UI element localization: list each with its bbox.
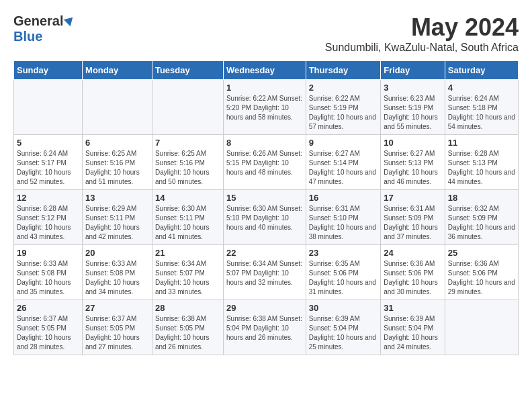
calendar-cell: 22Sunrise: 6:34 AM Sunset: 5:07 PM Dayli…: [223, 245, 306, 300]
calendar-header-row: SundayMondayTuesdayWednesdayThursdayFrid…: [14, 61, 519, 80]
calendar-cell: [14, 80, 83, 135]
main-title: May 2024: [325, 13, 519, 42]
calendar-cell: 16Sunrise: 6:31 AM Sunset: 5:10 PM Dayli…: [306, 190, 381, 245]
calendar-body: 1Sunrise: 6:22 AM Sunset: 5:20 PM Daylig…: [14, 80, 519, 355]
calendar-cell: 25Sunrise: 6:36 AM Sunset: 5:06 PM Dayli…: [445, 245, 518, 300]
day-number: 2: [309, 83, 378, 93]
day-header-saturday: Saturday: [445, 61, 518, 80]
calendar-cell: 21Sunrise: 6:34 AM Sunset: 5:07 PM Dayli…: [152, 245, 223, 300]
day-number: 20: [85, 248, 149, 258]
calendar-cell: 7Sunrise: 6:25 AM Sunset: 5:16 PM Daylig…: [152, 135, 223, 190]
day-info: Sunrise: 6:39 AM Sunset: 5:04 PM Dayligh…: [309, 314, 378, 352]
day-number: 10: [384, 138, 442, 148]
day-header-thursday: Thursday: [306, 61, 381, 80]
calendar-cell: [152, 80, 223, 135]
calendar-cell: 14Sunrise: 6:30 AM Sunset: 5:11 PM Dayli…: [152, 190, 223, 245]
day-info: Sunrise: 6:34 AM Sunset: 5:07 PM Dayligh…: [226, 259, 303, 287]
day-header-monday: Monday: [83, 61, 152, 80]
calendar-cell: 9Sunrise: 6:27 AM Sunset: 5:14 PM Daylig…: [306, 135, 381, 190]
day-info: Sunrise: 6:22 AM Sunset: 5:20 PM Dayligh…: [226, 94, 303, 122]
calendar-cell: 12Sunrise: 6:28 AM Sunset: 5:12 PM Dayli…: [14, 190, 83, 245]
day-number: 31: [384, 303, 442, 313]
page-header: General Blue May 2024 Sundumbili, KwaZul…: [13, 13, 519, 54]
day-info: Sunrise: 6:27 AM Sunset: 5:14 PM Dayligh…: [309, 149, 378, 187]
day-info: Sunrise: 6:33 AM Sunset: 5:08 PM Dayligh…: [17, 259, 79, 297]
day-info: Sunrise: 6:31 AM Sunset: 5:10 PM Dayligh…: [309, 204, 378, 242]
day-number: 16: [309, 193, 378, 203]
calendar-cell: 29Sunrise: 6:38 AM Sunset: 5:04 PM Dayli…: [223, 300, 306, 355]
day-info: Sunrise: 6:30 AM Sunset: 5:10 PM Dayligh…: [226, 204, 303, 232]
calendar-cell: 30Sunrise: 6:39 AM Sunset: 5:04 PM Dayli…: [306, 300, 381, 355]
logo-general-text: General: [13, 13, 63, 29]
day-info: Sunrise: 6:28 AM Sunset: 5:13 PM Dayligh…: [448, 149, 515, 187]
day-number: 18: [448, 193, 515, 203]
day-header-sunday: Sunday: [14, 61, 83, 80]
week-row-1: 1Sunrise: 6:22 AM Sunset: 5:20 PM Daylig…: [14, 80, 519, 135]
day-number: 8: [226, 138, 303, 148]
day-number: 6: [85, 138, 149, 148]
day-number: 4: [448, 83, 515, 93]
day-number: 19: [17, 248, 79, 258]
day-number: 21: [155, 248, 220, 258]
day-info: Sunrise: 6:39 AM Sunset: 5:04 PM Dayligh…: [384, 314, 442, 352]
day-header-friday: Friday: [381, 61, 445, 80]
day-number: 1: [226, 83, 303, 93]
day-info: Sunrise: 6:25 AM Sunset: 5:16 PM Dayligh…: [155, 149, 220, 187]
calendar-cell: 18Sunrise: 6:32 AM Sunset: 5:09 PM Dayli…: [445, 190, 518, 245]
calendar-cell: 2Sunrise: 6:22 AM Sunset: 5:19 PM Daylig…: [306, 80, 381, 135]
week-row-3: 12Sunrise: 6:28 AM Sunset: 5:12 PM Dayli…: [14, 190, 519, 245]
day-info: Sunrise: 6:25 AM Sunset: 5:16 PM Dayligh…: [85, 149, 149, 187]
logo-blue-text: Blue: [13, 29, 42, 44]
day-number: 28: [155, 303, 220, 313]
calendar-cell: 5Sunrise: 6:24 AM Sunset: 5:17 PM Daylig…: [14, 135, 83, 190]
day-info: Sunrise: 6:24 AM Sunset: 5:17 PM Dayligh…: [17, 149, 79, 187]
day-number: 15: [226, 193, 303, 203]
day-info: Sunrise: 6:29 AM Sunset: 5:11 PM Dayligh…: [85, 204, 149, 242]
day-info: Sunrise: 6:27 AM Sunset: 5:13 PM Dayligh…: [384, 149, 442, 187]
week-row-4: 19Sunrise: 6:33 AM Sunset: 5:08 PM Dayli…: [14, 245, 519, 300]
day-info: Sunrise: 6:30 AM Sunset: 5:11 PM Dayligh…: [155, 204, 220, 242]
logo: General Blue: [13, 13, 75, 44]
calendar-cell: 11Sunrise: 6:28 AM Sunset: 5:13 PM Dayli…: [445, 135, 518, 190]
day-header-tuesday: Tuesday: [152, 61, 223, 80]
day-number: 14: [155, 193, 220, 203]
day-info: Sunrise: 6:24 AM Sunset: 5:18 PM Dayligh…: [448, 94, 515, 132]
day-info: Sunrise: 6:26 AM Sunset: 5:15 PM Dayligh…: [226, 149, 303, 177]
logo-triangle-icon: [64, 13, 76, 26]
title-block: May 2024 Sundumbili, KwaZulu-Natal, Sout…: [325, 13, 519, 54]
day-header-wednesday: Wednesday: [223, 61, 306, 80]
calendar-cell: 28Sunrise: 6:38 AM Sunset: 5:05 PM Dayli…: [152, 300, 223, 355]
calendar-cell: 19Sunrise: 6:33 AM Sunset: 5:08 PM Dayli…: [14, 245, 83, 300]
day-number: 29: [226, 303, 303, 313]
calendar-cell: 20Sunrise: 6:33 AM Sunset: 5:08 PM Dayli…: [83, 245, 152, 300]
calendar-cell: 17Sunrise: 6:31 AM Sunset: 5:09 PM Dayli…: [381, 190, 445, 245]
calendar-cell: 31Sunrise: 6:39 AM Sunset: 5:04 PM Dayli…: [381, 300, 445, 355]
calendar-cell: 15Sunrise: 6:30 AM Sunset: 5:10 PM Dayli…: [223, 190, 306, 245]
calendar-cell: 1Sunrise: 6:22 AM Sunset: 5:20 PM Daylig…: [223, 80, 306, 135]
day-info: Sunrise: 6:34 AM Sunset: 5:07 PM Dayligh…: [155, 259, 220, 297]
day-number: 11: [448, 138, 515, 148]
day-number: 9: [309, 138, 378, 148]
day-info: Sunrise: 6:37 AM Sunset: 5:05 PM Dayligh…: [17, 314, 79, 352]
day-info: Sunrise: 6:22 AM Sunset: 5:19 PM Dayligh…: [309, 94, 378, 132]
day-number: 7: [155, 138, 220, 148]
calendar-table: SundayMondayTuesdayWednesdayThursdayFrid…: [13, 60, 519, 355]
day-number: 27: [85, 303, 149, 313]
calendar-cell: 23Sunrise: 6:35 AM Sunset: 5:06 PM Dayli…: [306, 245, 381, 300]
day-number: 30: [309, 303, 378, 313]
calendar-cell: 26Sunrise: 6:37 AM Sunset: 5:05 PM Dayli…: [14, 300, 83, 355]
calendar-cell: 4Sunrise: 6:24 AM Sunset: 5:18 PM Daylig…: [445, 80, 518, 135]
calendar-cell: 24Sunrise: 6:36 AM Sunset: 5:06 PM Dayli…: [381, 245, 445, 300]
day-info: Sunrise: 6:35 AM Sunset: 5:06 PM Dayligh…: [309, 259, 378, 297]
day-info: Sunrise: 6:37 AM Sunset: 5:05 PM Dayligh…: [85, 314, 149, 352]
day-info: Sunrise: 6:36 AM Sunset: 5:06 PM Dayligh…: [384, 259, 442, 297]
day-number: 13: [85, 193, 149, 203]
day-number: 26: [17, 303, 79, 313]
day-number: 12: [17, 193, 79, 203]
day-number: 22: [226, 248, 303, 258]
day-info: Sunrise: 6:32 AM Sunset: 5:09 PM Dayligh…: [448, 204, 515, 242]
day-number: 3: [384, 83, 442, 93]
day-number: 25: [448, 248, 515, 258]
calendar-cell: 8Sunrise: 6:26 AM Sunset: 5:15 PM Daylig…: [223, 135, 306, 190]
day-number: 17: [384, 193, 442, 203]
